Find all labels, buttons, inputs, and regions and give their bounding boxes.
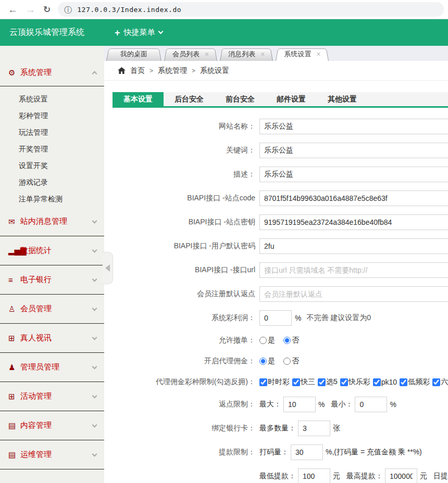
checkbox-input[interactable] bbox=[318, 378, 326, 386]
settings-tab-1[interactable]: 后台安全 bbox=[164, 92, 215, 106]
radio-option-1[interactable]: 否 bbox=[283, 357, 299, 366]
sidebar-item[interactable]: 设置开奖 bbox=[0, 157, 104, 174]
sidebar-section-header-3[interactable]: ≡电子银行 bbox=[0, 265, 104, 295]
sidebar-section-header-9[interactable]: ▤运维管理 bbox=[0, 440, 104, 469]
close-icon[interactable]: × bbox=[205, 50, 209, 58]
sidebar-section-label: 运维管理 bbox=[20, 450, 93, 460]
form-row-biapi-site-secret-field: BIAPI接口 -站点密钥 bbox=[104, 210, 448, 234]
radio-input[interactable] bbox=[283, 337, 291, 344]
checkbox-option-3[interactable]: 快乐彩 bbox=[340, 377, 370, 387]
sidebar-section-8: ▤内容管理 bbox=[0, 411, 104, 440]
checkbox-option-1[interactable]: 快三 bbox=[292, 377, 315, 387]
sidebar-item[interactable]: 彩种管理 bbox=[0, 107, 104, 124]
description-field[interactable] bbox=[259, 167, 448, 182]
back-icon[interactable]: ← bbox=[8, 5, 18, 15]
form-control: 打码量：%,(打码量 = 充值金额 乘 **%) bbox=[259, 444, 428, 460]
checkbox-input[interactable] bbox=[373, 378, 381, 386]
radio-input[interactable] bbox=[259, 358, 267, 365]
checkbox-option-2[interactable]: 选5 bbox=[318, 377, 338, 387]
sidebar-item[interactable]: 开奖管理 bbox=[0, 141, 104, 157]
sidebar-section-header-8[interactable]: ▤内容管理 bbox=[0, 411, 104, 440]
breadcrumb-system-management[interactable]: 系统管理 bbox=[158, 66, 187, 75]
checkbox-input[interactable] bbox=[432, 378, 440, 386]
top-tab-2[interactable]: 消息列表× bbox=[220, 47, 273, 61]
withdraw-amounts-input-0[interactable] bbox=[298, 468, 330, 483]
settings-tab-2[interactable]: 前台安全 bbox=[215, 92, 266, 106]
system-lottery-profit-field[interactable] bbox=[259, 310, 292, 326]
sidebar-section-header-1[interactable]: ✉站内消息管理 bbox=[0, 207, 104, 236]
form-control bbox=[259, 238, 448, 254]
form-row-site-name-field: 网站名称： bbox=[104, 115, 448, 138]
form-control bbox=[259, 143, 448, 158]
sidebar-section-header-5[interactable]: ⊞真人视讯 bbox=[0, 324, 104, 353]
sidebar-section-header-7[interactable]: ⊞活动管理 bbox=[0, 382, 104, 411]
checkbox-input[interactable] bbox=[340, 378, 348, 386]
form-part-0: 最大：% bbox=[259, 397, 325, 412]
sidebar-section-header-2[interactable]: ▂▅▇数据统计 bbox=[0, 236, 104, 265]
form-control: 时时彩快三选5快乐彩pk10低频彩六合彩 bbox=[259, 377, 448, 387]
withdraw-amounts-input-1[interactable] bbox=[385, 468, 417, 483]
top-tab-label: 我的桌面 bbox=[120, 49, 147, 59]
sidebar-item[interactable]: 注单异常检测 bbox=[0, 190, 104, 207]
bind-bank-card-input-0[interactable] bbox=[298, 421, 330, 436]
gear-icon: ⚙ bbox=[8, 69, 20, 77]
form-label: BIAPI接口 -用户默认密码 bbox=[104, 242, 255, 251]
info-icon[interactable]: ⓘ bbox=[64, 6, 72, 14]
breadcrumb-home[interactable]: 首页 bbox=[130, 66, 145, 75]
top-tab-1[interactable]: 会员列表× bbox=[164, 47, 217, 61]
checkbox-option-5[interactable]: 低频彩 bbox=[400, 377, 430, 387]
close-icon[interactable]: × bbox=[316, 50, 320, 58]
chevron-down-icon bbox=[92, 364, 97, 369]
sidebar-item[interactable]: 玩法管理 bbox=[0, 124, 104, 141]
biapi-site-code-field[interactable] bbox=[259, 190, 448, 206]
checkbox-input[interactable] bbox=[400, 378, 407, 386]
form-control bbox=[259, 286, 448, 302]
checkbox-option-4[interactable]: pk10 bbox=[373, 378, 397, 386]
biapi-site-secret-field[interactable] bbox=[259, 214, 448, 230]
forward-icon[interactable]: → bbox=[26, 5, 35, 15]
keywords-field[interactable] bbox=[259, 143, 448, 158]
top-tab-3[interactable]: 系统设置× bbox=[276, 47, 329, 61]
rebate-limit-input-1[interactable] bbox=[355, 397, 387, 412]
withdraw-limit-input-0[interactable] bbox=[291, 444, 323, 460]
form-part-1: 最高提款：元 bbox=[346, 468, 427, 483]
sidebar-section-header-6[interactable]: ♟管理员管理 bbox=[0, 353, 104, 382]
radio-input[interactable] bbox=[259, 337, 267, 344]
checkbox-option-6[interactable]: 六合彩 bbox=[432, 377, 448, 387]
sidebar-collapse-handle[interactable] bbox=[103, 252, 113, 284]
biapi-default-password-field[interactable] bbox=[259, 238, 448, 254]
content-area: 我的桌面会员列表×消息列表×系统设置× 首页 > 系统管理 > 系统设置 基本设… bbox=[104, 46, 448, 483]
radio-input[interactable] bbox=[283, 358, 291, 365]
checkbox-input[interactable] bbox=[292, 378, 300, 386]
chevron-down-icon bbox=[92, 422, 97, 427]
radio-option-1[interactable]: 否 bbox=[283, 336, 299, 345]
close-icon[interactable]: × bbox=[260, 50, 265, 58]
rebate-limit-input-0[interactable] bbox=[283, 397, 316, 412]
breadcrumb-separator: > bbox=[150, 67, 153, 74]
settings-panel: 基本设置后台安全前台安全邮件设置其他设置 网站名称：关键词：描述：BIAPI接口… bbox=[104, 81, 448, 483]
top-tab-0[interactable]: 我的桌面 bbox=[106, 47, 161, 61]
checkbox-label: 六合彩 bbox=[441, 377, 448, 387]
chevron-down-icon bbox=[92, 218, 97, 223]
part-label: 最多数量： bbox=[259, 424, 296, 433]
part-label: 最小： bbox=[331, 400, 353, 409]
settings-tab-0[interactable]: 基本设置 bbox=[113, 92, 164, 106]
quick-menu-button[interactable]: + 快捷菜单 bbox=[115, 28, 163, 37]
sidebar-item[interactable]: 游戏记录 bbox=[0, 174, 104, 190]
radio-option-0[interactable]: 是 bbox=[259, 336, 275, 345]
sidebar-section-header-0[interactable]: ⚙系统管理 bbox=[0, 59, 104, 86]
biapi-url-field[interactable] bbox=[259, 262, 448, 278]
site-name-field[interactable] bbox=[259, 119, 448, 134]
settings-tab-3[interactable]: 邮件设置 bbox=[266, 92, 317, 106]
settings-tab-4[interactable]: 其他设置 bbox=[317, 92, 368, 106]
refresh-icon[interactable]: ↻ bbox=[43, 5, 51, 14]
url-bar[interactable]: ⓘ 127.0.0.3/Index.index.do bbox=[58, 2, 444, 17]
sidebar-item[interactable]: 系统设置 bbox=[0, 91, 104, 107]
checkbox-option-0[interactable]: 时时彩 bbox=[259, 377, 290, 387]
checkbox-input[interactable] bbox=[259, 378, 267, 386]
form-label: BIAPI接口 -站点code bbox=[104, 194, 255, 203]
sidebar-section-header-4[interactable]: ♙会员管理 bbox=[0, 295, 104, 324]
radio-option-0[interactable]: 是 bbox=[259, 357, 275, 366]
member-default-rebate-field[interactable] bbox=[259, 286, 448, 302]
form-part-1: 最小：% bbox=[331, 397, 396, 412]
